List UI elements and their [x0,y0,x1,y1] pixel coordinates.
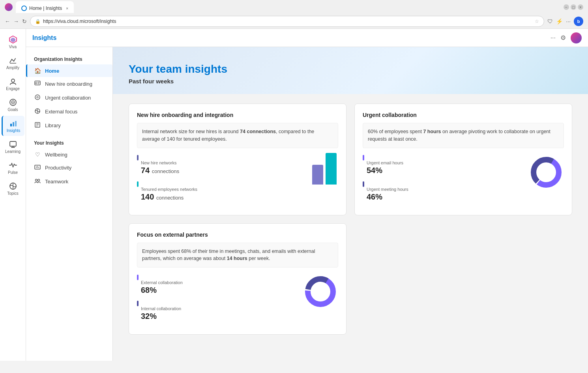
settings-button[interactable]: ⚙ [560,34,566,41]
internal-collab-label: Internal collaboration [137,306,295,311]
urgent-meeting-bar [363,181,364,187]
nav-item-external-focus[interactable]: External focus [26,105,112,119]
external-focus-card: Focus on external partners Employees spe… [129,223,346,335]
urgent-collab-stat-1: Urgent email hours 54% [363,154,521,175]
external-focus-stat-2: Internal collaboration 32% [137,300,295,321]
amplify-label: Amplify [6,66,19,70]
new-hire-bar-2 [137,181,139,187]
minimize-button[interactable]: − [564,4,569,10]
more-options-button[interactable]: ··· [551,34,556,41]
svg-point-3 [11,79,15,82]
close-button[interactable]: × [578,4,583,10]
more-tools-icon[interactable]: ··· [566,18,571,24]
viva-label: Viva [9,45,17,49]
new-hire-label-1: New hire networks [137,160,303,165]
refresh-button[interactable]: ↻ [22,18,27,24]
nav-item-new-hire[interactable]: New hire onboarding [26,77,112,91]
url-bar[interactable]: 🔒 https://viva.cloud.microsoft/insights … [30,16,544,27]
svg-rect-7 [10,124,12,126]
sidebar-item-amplify[interactable]: Amplify [2,53,24,73]
address-bar: ← → ↻ 🔒 https://viva.cloud.microsoft/ins… [0,14,588,28]
org-section-title: Organization Insights [26,53,112,64]
internal-collab-value: 32% [137,312,295,321]
svg-point-31 [537,164,555,181]
urgent-email-bar [363,155,364,160]
user-avatar[interactable] [571,32,582,43]
urgent-collab-stat-list: Urgent email hours 54% Urgent meeting ho… [363,154,521,207]
sidebar-item-engage[interactable]: Engage [2,74,24,94]
external-focus-donut [303,274,338,309]
external-focus-stat-list: External collaboration 68% Internal coll… [137,274,295,326]
urgent-collab-stats: Urgent email hours 54% Urgent meeting ho… [363,154,564,207]
bar-tenured [326,153,337,185]
svg-point-28 [38,179,40,181]
svg-point-0 [22,6,26,10]
library-icon [34,122,41,129]
browser-toolbar: 🛡 ⚡ ··· b [547,17,583,26]
external-focus-stat-1: External collaboration 68% [137,274,295,295]
nav-item-productivity[interactable]: Productivity [26,161,112,175]
shield-icon[interactable]: 🛡 [547,18,553,24]
nav-item-library[interactable]: Library [26,119,112,132]
nav-item-home[interactable]: 🏠 Home [26,64,112,77]
forward-button[interactable]: → [13,18,19,24]
nav-urgent-collab-label: Urgent collaboration [45,95,91,101]
lock-icon: 🔒 [35,19,41,24]
back-button[interactable]: ← [5,18,10,24]
urgent-collab-card-title: Urgent collaboration [363,112,564,118]
nav-item-teamwork[interactable]: Teamwork [26,175,112,188]
header-icons: ··· ⚙ [551,32,582,43]
url-text: https://viva.cloud.microsoft/insights [43,19,532,24]
period-label: Past four weeks [129,78,572,85]
sidebar-item-goals[interactable]: Goals [2,95,24,115]
sidebar-item-viva[interactable]: Viva [2,32,24,52]
learning-label: Learning [5,149,21,154]
external-collab-bar [137,275,139,280]
nav-item-wellbeing[interactable]: ♡ Wellbeing [26,148,112,161]
external-focus-card-title: Focus on external partners [137,232,338,238]
app-title: Insights [32,34,56,41]
new-hire-card: New hire onboarding and integration Inte… [129,104,346,215]
topics-icon [9,182,17,190]
page-title: Your team insights [129,63,572,75]
sidebar-item-insights[interactable]: Insights [2,116,24,136]
urgent-collab-donut [528,154,564,190]
nav-item-urgent-collab[interactable]: Urgent collaboration [26,91,112,105]
sidebar-item-topics[interactable]: Topics [2,179,24,199]
urgent-collab-card: Urgent collaboration 60% of employees sp… [354,104,572,215]
svg-rect-8 [13,122,14,126]
sidebar-item-pulse[interactable]: Pulse [2,158,24,178]
engage-label: Engage [6,87,19,91]
pulse-label: Pulse [8,170,18,175]
engage-icon [9,77,17,86]
internal-collab-bar [137,301,139,306]
wellbeing-icon: ♡ [34,151,41,158]
svg-marker-2 [11,38,15,42]
tab-close-button[interactable]: × [66,6,68,11]
urgent-meeting-label: Urgent meeting hours [363,187,521,192]
svg-point-15 [35,95,40,100]
urgent-collab-card-desc: 60% of employees spent 7 hours on averag… [363,123,564,148]
star-icon: ☆ [535,19,539,24]
topics-label: Topics [7,191,18,196]
svg-point-14 [36,82,37,84]
new-hire-stats: New hire networks 74 connections Tenured… [137,154,338,207]
sidebar-item-learning[interactable]: Learning [2,137,24,157]
new-hire-value-2: 140 connections [137,192,303,202]
insights-icon [9,119,18,128]
svg-point-6 [12,102,13,103]
nav-home-label: Home [45,68,59,74]
browser-tab[interactable]: Home | Insights × [16,1,74,13]
window-controls: − □ × [564,4,583,10]
app-shell: Viva Amplify Engage Goals Insights [0,29,588,361]
app-header: Insights ··· ⚙ [26,29,588,47]
bing-button[interactable]: b [574,17,583,26]
maximize-button[interactable]: □ [571,4,576,10]
learning-icon [9,140,17,149]
new-hire-label-2: Tenured employees networks [137,187,303,192]
extensions-icon[interactable]: ⚡ [556,18,563,24]
external-focus-card-desc: Employees spent 68% of their time in mee… [137,243,338,268]
new-hire-stat-1: New hire networks 74 connections [137,154,303,175]
content-body: New hire onboarding and integration Inte… [113,94,588,352]
urgent-collab-stat-2: Urgent meeting hours 46% [363,181,521,202]
